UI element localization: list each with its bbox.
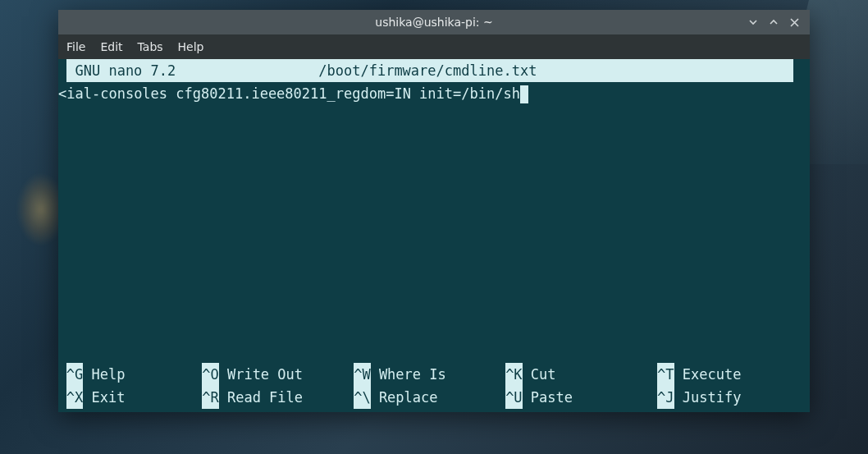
shortcut-key[interactable]: ^J	[657, 386, 674, 409]
maximize-icon[interactable]	[768, 16, 779, 28]
menu-help[interactable]: Help	[178, 40, 204, 53]
shortcut-key[interactable]: ^R	[202, 386, 218, 409]
terminal-window: ushika@ushika-pi: ~ File Edit Tabs Help …	[58, 10, 810, 412]
nano-app-name: GNU nano 7.2	[66, 59, 217, 82]
menu-bar: File Edit Tabs Help	[58, 34, 810, 59]
menu-tabs[interactable]: Tabs	[138, 40, 163, 53]
line-overflow-left-icon: <	[58, 82, 66, 105]
editor-line[interactable]: <ial-consoles cfg80211.ieee80211_regdom=…	[58, 82, 810, 105]
menu-file[interactable]: File	[66, 40, 85, 53]
shortcut-row-1: ^GHelp ^OWrite Out ^WWhere Is ^KCut ^TEx…	[58, 363, 793, 386]
nano-shortcut-bar: ^GHelp ^OWrite Out ^WWhere Is ^KCut ^TEx…	[58, 363, 793, 409]
shortcut-label: Exit	[83, 386, 125, 409]
terminal-viewport[interactable]: GNU nano 7.2 /boot/firmware/cmdline.txt …	[58, 59, 810, 412]
window-controls	[747, 16, 810, 28]
shortcut-key[interactable]: ^X	[66, 386, 83, 409]
close-icon[interactable]	[788, 16, 800, 28]
shortcut-key[interactable]: ^K	[505, 363, 522, 386]
menu-edit[interactable]: Edit	[100, 40, 122, 53]
shortcut-label: Paste	[523, 386, 573, 409]
shortcut-label: Replace	[371, 386, 438, 409]
shortcut-label: Justify	[674, 386, 742, 409]
shortcut-label: Where Is	[371, 363, 446, 386]
window-title: ushika@ushika-pi: ~	[58, 16, 810, 29]
nano-file-path: /boot/firmware/cmdline.txt	[318, 59, 537, 82]
text-cursor	[520, 85, 528, 103]
shortcut-label: Help	[83, 363, 125, 386]
minimize-icon[interactable]	[747, 16, 759, 28]
shortcut-key[interactable]: ^T	[657, 363, 674, 386]
shortcut-label: Cut	[523, 363, 556, 386]
window-titlebar[interactable]: ushika@ushika-pi: ~	[58, 10, 810, 34]
shortcut-label: Read File	[219, 386, 303, 409]
shortcut-label: Execute	[674, 363, 742, 386]
editor-text[interactable]: ial-consoles cfg80211.ieee80211_regdom=I…	[66, 85, 520, 102]
shortcut-key[interactable]: ^U	[505, 386, 522, 409]
shortcut-key[interactable]: ^\	[354, 386, 370, 409]
shortcut-label: Write Out	[219, 363, 303, 386]
shortcut-key[interactable]: ^O	[202, 363, 218, 386]
shortcut-key[interactable]: ^G	[66, 363, 83, 386]
shortcut-key[interactable]: ^W	[354, 363, 370, 386]
nano-title-bar: GNU nano 7.2 /boot/firmware/cmdline.txt	[58, 59, 810, 82]
shortcut-row-2: ^XExit ^RRead File ^\Replace ^UPaste ^JJ…	[58, 386, 793, 409]
